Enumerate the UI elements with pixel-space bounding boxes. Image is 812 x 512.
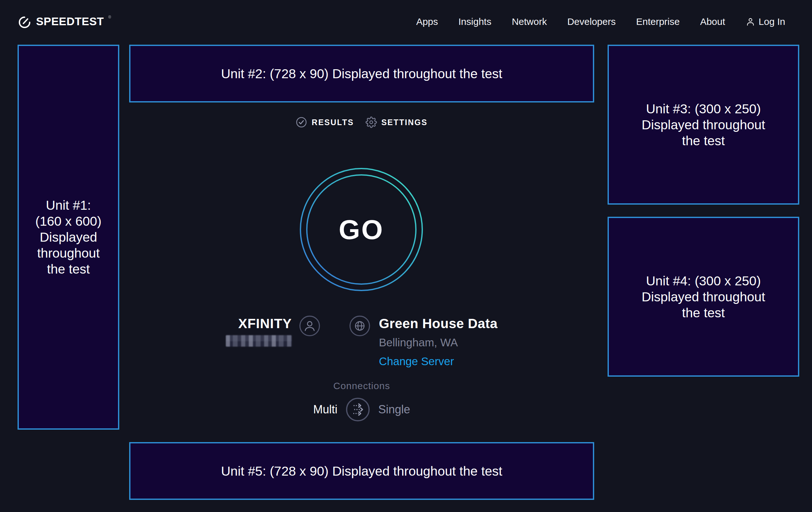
redacted-isp-id [226, 335, 292, 347]
tabs-row: RESULTS SETTINGS [129, 115, 594, 130]
ad-text-line: Unit #1: [46, 197, 91, 213]
login-label: Log In [759, 16, 785, 27]
ad-text-line: the test [47, 261, 90, 277]
connection-info: XFINITY Green House Data Bellingham, WA … [129, 313, 594, 368]
nav-item-developers[interactable]: Developers [568, 16, 616, 27]
ad-unit-1[interactable]: Unit #1: (160 x 600) Displayed throughou… [18, 45, 119, 430]
server-text: Green House Data Bellingham, WA Change S… [379, 313, 497, 368]
ad-unit-2[interactable]: Unit #2: (728 x 90) Displayed throughout… [129, 45, 594, 103]
server-location: Bellingham, WA [379, 336, 497, 349]
gear-icon [366, 116, 377, 128]
settings-tab-label: SETTINGS [381, 118, 428, 127]
ad-unit-5[interactable]: Unit #5: (728 x 90) Displayed throughout… [129, 442, 594, 500]
isp-block: XFINITY [226, 313, 320, 347]
connections-label: Connections [129, 380, 594, 392]
logo-text: SPEEDTEST [36, 15, 104, 28]
connections-toggle: Multi Single [129, 397, 594, 422]
tab-settings[interactable]: SETTINGS [366, 116, 428, 128]
ad-unit-4[interactable]: Unit #4: (300 x 250) Displayed throughou… [608, 217, 799, 377]
ad-text-line: Unit #4: (300 x 250) [646, 273, 761, 289]
ad-text-line: Unit #3: (300 x 250) [646, 101, 761, 117]
server-name: Green House Data [379, 316, 497, 331]
globe-circle-icon [349, 315, 370, 336]
ad-text-line: Displayed [39, 229, 97, 245]
ad-unit-3[interactable]: Unit #3: (300 x 250) Displayed throughou… [608, 45, 799, 205]
speedtest-logo[interactable]: SPEEDTEST ® [18, 15, 111, 29]
connections-single-option[interactable]: Single [378, 403, 410, 416]
check-circle-icon [296, 116, 307, 128]
go-label: GO [299, 167, 424, 292]
nav-menu: Apps Insights Network Developers Enterpr… [416, 16, 785, 27]
nav-item-enterprise[interactable]: Enterprise [636, 16, 679, 27]
nav-item-network[interactable]: Network [512, 16, 547, 27]
connections-multi-option[interactable]: Multi [313, 403, 338, 416]
speedtest-page: SPEEDTEST ® Apps Insights Network Develo… [0, 0, 812, 512]
user-icon [746, 17, 755, 26]
top-nav-bar: SPEEDTEST ® Apps Insights Network Develo… [0, 0, 812, 44]
change-server-link[interactable]: Change Server [379, 355, 454, 368]
user-circle-icon [299, 315, 320, 336]
nav-item-insights[interactable]: Insights [458, 16, 491, 27]
ad-text-line: (160 x 600) [35, 213, 102, 229]
ad-text-line: the test [682, 133, 725, 149]
multi-connection-toggle-icon[interactable] [346, 397, 370, 422]
ad-text-line: throughout [37, 245, 99, 261]
isp-text: XFINITY [226, 313, 292, 347]
nav-item-about[interactable]: About [700, 16, 725, 27]
nav-item-login[interactable]: Log In [746, 16, 785, 27]
ad-text-line: Unit #2: (728 x 90) Displayed throughout… [221, 66, 502, 82]
ad-text-line: Unit #5: (728 x 90) Displayed throughout… [221, 463, 502, 479]
ad-text-line: the test [682, 305, 725, 321]
tab-results[interactable]: RESULTS [296, 116, 354, 128]
results-tab-label: RESULTS [312, 118, 354, 127]
nav-item-apps[interactable]: Apps [416, 16, 438, 27]
isp-name: XFINITY [226, 316, 292, 331]
registered-mark: ® [109, 15, 111, 20]
speedometer-logo-icon [18, 15, 32, 29]
ad-text-line: Displayed throughout [642, 289, 765, 305]
ad-text-line: Displayed throughout [642, 117, 765, 133]
server-block: Green House Data Bellingham, WA Change S… [349, 313, 497, 368]
go-button[interactable]: GO [299, 167, 424, 292]
